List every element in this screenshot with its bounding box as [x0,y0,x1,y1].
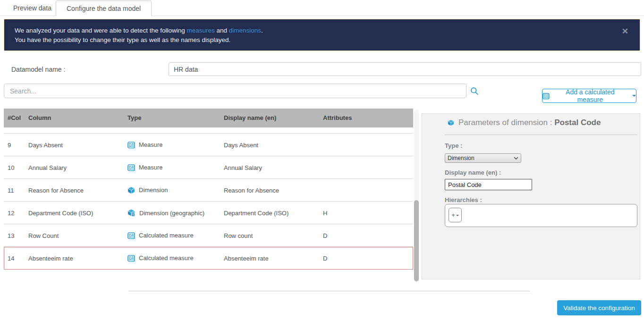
row-display-name: Annual Salary [224,164,262,171]
calculated-measure-icon [542,93,550,100]
panel-title-dimension-name: Postal Code [554,118,601,127]
banner-text-2: and [215,27,229,34]
search-input[interactable] [4,84,466,98]
hierarchies-label: Hierarchies : [445,196,482,203]
table-row[interactable]: 11 Reason for Absence Dimension Reason f… [4,179,413,202]
plus-icon: + [451,212,455,218]
banner-message-line1: We analyzed your data and were able to d… [15,26,617,35]
table-scrollbar-thumb[interactable] [414,200,419,281]
type-select-wrap: Dimension [445,153,521,163]
dimension-icon [448,119,454,126]
measures-link[interactable]: measures [186,27,214,34]
row-type-cell: Measure [127,141,163,149]
measure-icon [127,141,135,149]
add-calculated-measure-label: Add a calculated measure [553,88,627,103]
parameters-panel: Parameters of dimension : Postal Code Ty… [422,113,640,279]
table-row[interactable]: 9 Days Absent Measure Days Absent [4,134,413,156]
panel-title: Parameters of dimension : Postal Code [448,118,601,127]
row-type-label: Calculated measure [139,254,194,262]
row-type-cell: Measure [127,164,163,171]
banner-text-3: . [261,27,263,34]
panel-divider [445,135,637,135]
hierarchies-box: + [445,204,637,227]
display-name-input[interactable] [445,179,532,190]
header-type: Type [127,109,141,127]
header-display-name: Display name (en) [224,109,276,127]
row-column-name: Department Code (ISO) [28,209,93,216]
row-column-name: Annual Salary [28,164,67,171]
measure-icon [127,164,135,171]
scrolled-row-sliver [4,127,413,134]
type-select[interactable]: Dimension [445,153,521,163]
banner-message-line2: You have the possibility to change their… [15,35,617,45]
row-col-number: 13 [8,232,14,239]
row-type-cell: Calculated measure [127,232,194,239]
row-type-cell: Calculated measure [127,254,194,262]
add-calculated-measure-button[interactable]: Add a calculated measure [542,89,636,103]
row-type-label: Measure [139,141,163,148]
row-column-name: Row Count [28,232,59,239]
row-type-label: Dimension (geographic) [139,209,204,216]
row-type-cell: Dimension [127,186,168,194]
dimensions-link[interactable]: dimensions [229,27,261,34]
header-attributes: Attributes [323,109,352,127]
row-type-label: Dimension [139,186,168,194]
row-col-number: 14 [8,254,14,262]
banner-text-1: We analyzed your data and were able to d… [15,27,186,34]
row-display-name: Reason for Absence [224,186,279,194]
add-hierarchy-button[interactable]: + [449,208,462,222]
row-display-name: Row count [224,232,253,239]
row-column-name: Absenteeim rate [28,254,73,262]
tab-configure-data-model[interactable]: Configure the data model [56,0,152,16]
table-body: 9 Days Absent Measure Days Absent 10 Ann… [4,127,413,270]
row-col-number: 11 [8,186,14,194]
table-header: #Col Column Type Display name (en) Attri… [4,109,413,127]
chevron-down-icon [632,95,636,97]
row-col-number: 10 [8,164,14,171]
dimension-geographic-icon [127,209,136,217]
close-icon[interactable]: ✕ [622,27,628,35]
row-type-cell: Dimension (geographic) [127,209,204,217]
tab-preview-data[interactable]: Preview data [5,0,60,16]
table-row-selected[interactable]: 14 Absenteeim rate Calculated measure Ab… [4,247,413,270]
chevron-down-icon [456,215,459,216]
configure-data-model-page: Preview data Configure the data model We… [0,0,644,321]
type-label: Type : [445,142,462,149]
row-column-name: Reason for Absence [28,186,84,194]
header-column: Column [28,109,51,127]
calculated-measure-icon [127,232,135,239]
row-display-name: Department Code (ISO) [224,209,288,216]
tab-bar: Preview data Configure the data model [0,0,644,16]
validate-configuration-button[interactable]: Validate the configuration [557,300,641,315]
footer-divider [128,291,530,291]
info-banner: We analyzed your data and were able to d… [4,19,640,51]
row-display-name: Absenteeim rate [224,254,269,262]
row-col-number: 9 [8,141,11,148]
search-icon[interactable] [470,87,479,95]
row-type-label: Measure [139,164,163,171]
panel-title-prefix: Parameters of dimension : [458,118,554,127]
table-row[interactable]: 13 Row Count Calculated measure Row coun… [4,224,413,247]
header-col-number: #Col [8,109,21,127]
datamodel-name-input[interactable] [169,62,641,76]
table-row[interactable]: 10 Annual Salary Measure Annual Salary [4,156,413,179]
row-type-label: Calculated measure [139,232,194,239]
row-col-number: 12 [8,209,14,216]
panel-title-text: Parameters of dimension : Postal Code [458,118,601,127]
row-attributes: H [323,209,327,216]
calculated-measure-icon [127,254,135,262]
datamodel-name-label: Datamodel name : [11,66,65,73]
table-row[interactable]: 12 Department Code (ISO) Dimension (geog… [4,202,413,224]
dimension-icon [127,186,135,194]
row-attributes: D [323,254,327,262]
row-column-name: Days Absent [28,141,63,148]
row-display-name: Days Absent [224,141,258,148]
display-name-label: Display name (en) : [445,169,501,176]
row-attributes: D [323,232,327,239]
